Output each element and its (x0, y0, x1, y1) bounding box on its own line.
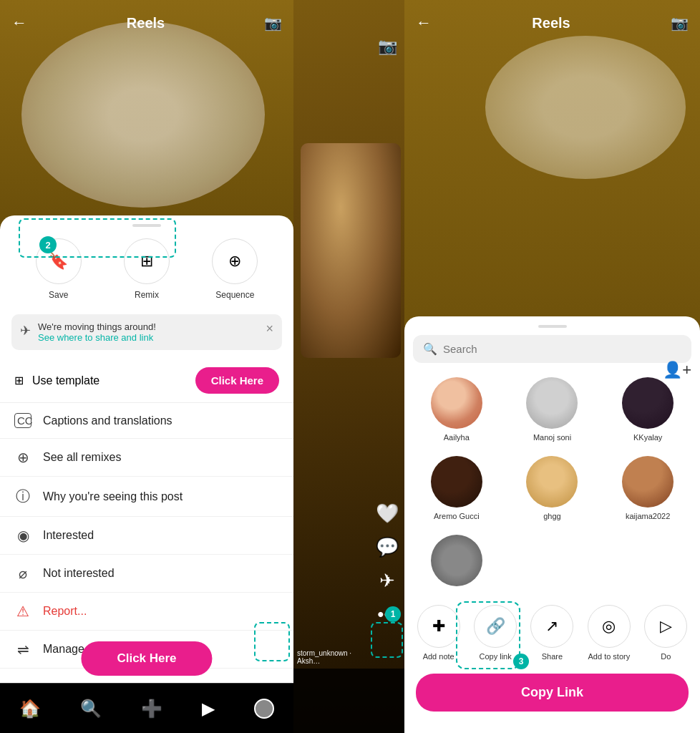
notice-text: We're moving things around! See where to… (38, 321, 258, 343)
person-aailyha[interactable]: Aailyha (410, 372, 503, 447)
share-to-action[interactable]: ↗ Share (530, 605, 573, 661)
mid-share-action[interactable]: ✈ (379, 570, 395, 592)
share-notice-icon: ✈ (20, 323, 31, 339)
right-panel: ← Reels 📷 2:45 🔑●📶🔋 🔍 👤+ Aailyha Manoj s… (404, 0, 700, 733)
not-interested-icon: ⌀ (14, 565, 31, 582)
back-button[interactable]: ← (11, 14, 27, 32)
interested-menu-item[interactable]: ◉ Interested (0, 517, 293, 555)
remix-circle-btn[interactable]: ⊞ (124, 238, 170, 284)
captions-label: Captions and translations (43, 414, 172, 427)
add-to-story-circle[interactable]: ◎ (588, 605, 631, 648)
step-badge-2: 2 (39, 236, 57, 253)
copy-link-button[interactable]: Copy Link (416, 674, 689, 712)
remix-action[interactable]: ⊞ Remix (124, 238, 170, 300)
mid-bottom-bar (293, 669, 404, 733)
use-template-row: ⊞ Use template Click Here (0, 359, 293, 403)
avatar-aremo (431, 456, 482, 508)
name-kkyalay: KKyalay (633, 433, 662, 442)
sequence-circle-btn[interactable]: ⊕ (212, 238, 258, 284)
copy-link-circle[interactable]: 🔗 (474, 605, 517, 648)
use-template-label: Use template (32, 374, 99, 387)
share-actions-row: ✚ Add note 🔗 Copy link ↗ Share ◎ Add to … (404, 605, 700, 669)
person-kkyalay[interactable]: KKyalay (601, 372, 694, 447)
create-nav-item[interactable]: ➕ (141, 699, 162, 719)
home-nav-item[interactable]: 🏠 (19, 699, 41, 719)
notice-main-text: We're moving things around! (38, 321, 156, 332)
do-circle[interactable]: ▷ (644, 605, 687, 648)
right-top-navigation: ← Reels 📷 (404, 0, 700, 39)
name-aremo: Aremo Gucci (434, 512, 480, 520)
search-nav-item[interactable]: 🔍 (80, 699, 102, 719)
add-person-button[interactable]: 👤+ (663, 361, 691, 379)
bowl-image (21, 21, 265, 208)
person-manoj[interactable]: Manoj soni (506, 372, 599, 447)
mid-share-icon: ✈ (379, 570, 395, 592)
reels-nav-item[interactable]: ▶ (202, 699, 215, 719)
bottom-sheet: 🔖 Save ⊞ Remix ⊕ Sequence ✈ We're moving… (0, 215, 293, 683)
share-sheet-handle (538, 325, 567, 328)
save-label: Save (49, 290, 68, 300)
bottom-navigation: 🏠 🔍 ➕ ▶ (0, 683, 293, 733)
report-label: Report... (43, 605, 87, 618)
add-to-story-action[interactable]: ◎ Add to story (588, 605, 631, 661)
report-menu-item[interactable]: ⚠ Report... (0, 593, 293, 631)
remixes-menu-item[interactable]: ⊕ See all remixes (0, 439, 293, 477)
remix-label: Remix (135, 290, 159, 300)
add-note-circle[interactable]: ✚ (417, 605, 460, 648)
copy-link-action[interactable]: 🔗 Copy link (474, 605, 517, 661)
mid-reel-info: storm_unknown · Aksh… (297, 649, 372, 665)
right-back-button[interactable]: ← (416, 14, 432, 32)
avatar-manoj (526, 377, 578, 429)
captions-icon: CC (14, 413, 31, 428)
sheet-handle (132, 224, 161, 227)
template-click-here-button[interactable]: Click Here (195, 367, 279, 394)
search-input[interactable] (443, 343, 681, 355)
sequence-action[interactable]: ⊕ Sequence (212, 238, 258, 300)
page-title: Reels (127, 15, 165, 31)
copy-link-action-label: Copy link (479, 652, 511, 661)
step-badge-1: 1 (385, 606, 401, 622)
right-camera-icon[interactable]: 📷 (671, 14, 689, 31)
report-icon: ⚠ (14, 603, 31, 620)
share-search-bar[interactable]: 🔍 (413, 335, 691, 363)
mid-camera-icon[interactable]: 📷 (378, 37, 397, 56)
notice-banner: ✈ We're moving things around! See where … (11, 314, 282, 350)
camera-icon[interactable]: 📷 (264, 14, 282, 31)
search-icon: 🔍 (423, 342, 437, 356)
person-aremo[interactable]: Aremo Gucci (410, 450, 503, 526)
left-panel: ← Reels 📷 2:45 🔑●📶🔋 🤍 586K 💬 1,267 ✈ 124… (0, 0, 293, 733)
avatar-kaijama (622, 456, 674, 508)
remixes-label: See all remixes (43, 451, 121, 464)
remixes-icon: ⊕ (14, 449, 31, 466)
do-action[interactable]: ▷ Do (644, 605, 687, 661)
info-icon: ⓘ (14, 487, 31, 506)
add-note-action[interactable]: ✚ Add note (417, 605, 460, 661)
sequence-label: Sequence (215, 290, 254, 300)
mid-reel-image (301, 143, 401, 358)
captions-menu-item[interactable]: CC Captions and translations (0, 403, 293, 439)
click-here-overlay-button[interactable]: Click Here (81, 641, 212, 676)
person-ghgg[interactable]: ghgg (506, 450, 599, 526)
name-kaijama: kaijama2022 (626, 512, 670, 520)
notice-close-icon[interactable]: × (266, 321, 273, 336)
share-to-label: Share (542, 652, 563, 661)
why-seeing-menu-item[interactable]: ⓘ Why you're seeing this post (0, 477, 293, 517)
avatar-kkyalay (622, 377, 674, 429)
interested-icon: ◉ (14, 527, 31, 544)
name-manoj: Manoj soni (533, 433, 571, 442)
name-aailyha: Aailyha (444, 433, 470, 442)
notice-link-text[interactable]: See where to share and link (38, 332, 153, 343)
mid-comment-action[interactable]: 💬 (376, 536, 399, 558)
mid-like-action[interactable]: 🤍 (376, 503, 399, 525)
add-note-label: Add note (423, 652, 454, 661)
not-interested-menu-item[interactable]: ⌀ Not interested (0, 555, 293, 593)
people-grid: Aailyha Manoj soni KKyalay Aremo Gucci g… (404, 372, 700, 605)
right-page-title: Reels (532, 15, 570, 31)
person-partial-1[interactable] (410, 529, 503, 596)
person-kaijama[interactable]: kaijama2022 (601, 450, 694, 526)
profile-nav-item[interactable] (254, 699, 274, 719)
use-template-left: ⊞ Use template (14, 374, 99, 387)
share-to-circle[interactable]: ↗ (530, 605, 573, 648)
template-icon: ⊞ (14, 374, 24, 387)
mid-heart-icon: 🤍 (376, 503, 399, 525)
